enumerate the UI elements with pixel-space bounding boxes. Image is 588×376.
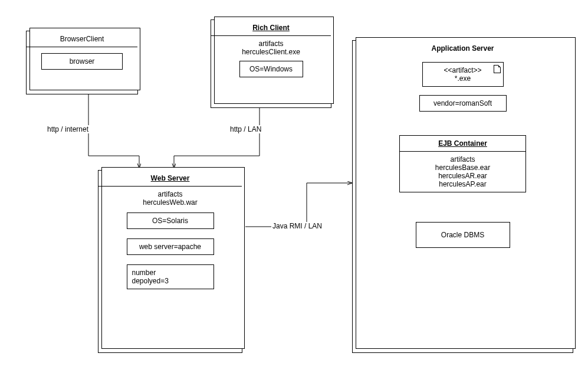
node-application-server: Application Server <<artifact>> *.exe ve…: [352, 40, 573, 353]
ejb-artifacts-label: artifacts: [402, 155, 523, 164]
web-server-title: Web Server: [98, 171, 242, 187]
web-server-artifact: herculesWeb.war: [101, 198, 239, 207]
artifact-stereotype: <<artifact>>: [428, 66, 498, 74]
edge-label-http-internet: http / internet: [46, 125, 90, 133]
edge-label-http-lan: http / LAN: [229, 125, 262, 133]
web-server-artifacts-label: artifacts: [101, 190, 239, 198]
rich-client-artifacts-label: artifacts: [213, 40, 329, 48]
artifact-exe: <<artifact>> *.exe: [422, 62, 504, 87]
vendor-tag: vendor=romanSoft: [419, 95, 507, 112]
ejb-title: EJB Container: [400, 136, 525, 152]
node-browser-client: BrowserClient browser: [26, 31, 138, 94]
node-ejb-container: EJB Container artifacts herculesBase.ear…: [399, 135, 526, 192]
artifact-name: *.exe: [428, 74, 498, 83]
application-server-title: Application Server: [353, 41, 573, 56]
node-web-server: Web Server artifacts herculesWeb.war OS=…: [98, 170, 242, 353]
web-server-apache-tag: web server=apache: [127, 238, 214, 255]
node-oracle-dbms: Oracle DBMS: [416, 222, 510, 248]
web-server-os-tag: OS=Solaris: [127, 212, 214, 229]
edge-label-java-rmi: Java RMI / LAN: [271, 222, 323, 230]
web-server-number-tag: number depolyed=3: [127, 264, 214, 289]
rich-client-title: Rich Client: [211, 20, 331, 36]
ejb-artifact-3: herculesAP.ear: [402, 180, 523, 188]
node-rich-client: Rich Client artifacts herculesClient.exe…: [211, 19, 331, 108]
ejb-artifact-2: herculesAR.ear: [402, 172, 523, 180]
browser-client-title: BrowserClient: [27, 31, 137, 47]
browser-inner: browser: [41, 53, 123, 70]
document-icon: [494, 65, 501, 73]
ejb-artifact-1: herculesBase.ear: [402, 164, 523, 172]
rich-client-artifact: herculesClient.exe: [213, 48, 329, 56]
rich-client-os-tag: OS=Windows: [239, 61, 303, 77]
